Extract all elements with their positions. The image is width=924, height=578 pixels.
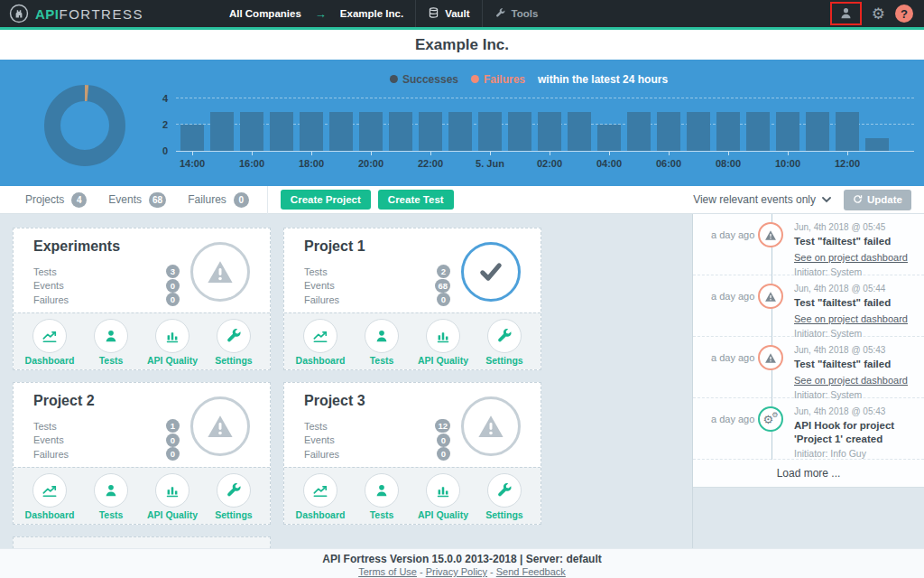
project-card-experiments: Experiments Tests3 Events0 Failures0 Das… [13, 228, 271, 370]
project-action-tests[interactable]: Tests [84, 473, 138, 524]
axis-tick [609, 152, 610, 155]
axis-tick [847, 152, 848, 155]
create-project-button[interactable]: Create Project [281, 190, 371, 210]
nav-tools[interactable]: Tools [483, 0, 550, 27]
axis-tick [371, 152, 372, 155]
user-icon[interactable] [838, 5, 854, 24]
y-axis-label: 2 [144, 119, 168, 130]
project-action-quality[interactable]: API Quality [416, 319, 470, 369]
nav-company[interactable]: Example Inc. [328, 0, 415, 27]
footer: API Fortress Version 15.0.0 2013-2018 | … [0, 548, 924, 578]
nav-all-companies[interactable]: All Companies [217, 0, 313, 27]
project-actions: DashboardTestsAPI QualitySettings [14, 467, 270, 524]
event-item: a day ago ⚙⚙ Jun, 4th 2018 @ 05:43 API H… [693, 398, 924, 460]
failures-badge: 0 [437, 293, 450, 306]
project-stats: Tests2 Events68 Failures0 [304, 265, 450, 307]
event-item: a day ago Jun, 4th 2018 @ 05:45 Test "fa… [693, 214, 924, 275]
page-header: Example Inc. [0, 30, 924, 60]
project-action-settings[interactable]: Settings [207, 473, 261, 524]
chart-bar [627, 112, 651, 152]
gear-icon[interactable]: ⚙ [872, 6, 885, 22]
legend-successes: Successes [390, 73, 458, 86]
project-action-tests[interactable]: Tests [84, 319, 138, 369]
chart-bar [746, 112, 770, 152]
project-cards-grid: Experiments Tests3 Events0 Failures0 Das… [13, 228, 541, 525]
tools-wrench-icon [494, 7, 506, 21]
project-action-quality[interactable]: API Quality [145, 319, 199, 369]
axis-tick [252, 152, 253, 155]
status-warning-icon [190, 242, 250, 302]
event-ago: a day ago [711, 291, 754, 302]
legend-failures: Failures [471, 73, 525, 86]
events-filter-dropdown[interactable]: View relevant events only [693, 193, 831, 206]
event-body: Jun, 4th 2018 @ 05:45 Test "failtest" fa… [794, 222, 917, 277]
project-card-project-1: Project 1 Tests2 Events68 Failures0 Dash… [283, 228, 541, 370]
project-action-tests[interactable]: Tests [355, 319, 409, 369]
x-axis-label: 08:00 [716, 158, 741, 169]
chart-bar [270, 112, 293, 152]
failures-count-badge: 0 [234, 192, 249, 208]
feedback-link[interactable]: Send Feedback [496, 566, 566, 577]
project-title: Experiments [33, 238, 120, 255]
stat-events: Events68 [108, 192, 166, 208]
event-timestamp: Jun, 4th 2018 @ 05:44 [794, 284, 917, 294]
vault-icon [428, 6, 439, 21]
privacy-link[interactable]: Privacy Policy [426, 566, 487, 577]
project-action-settings[interactable]: Settings [207, 319, 261, 369]
failures-badge: 0 [437, 447, 450, 461]
chart-bar [865, 138, 889, 152]
project-action-dashboard[interactable]: Dashboard [23, 473, 77, 524]
project-action-dashboard[interactable]: Dashboard [293, 319, 347, 369]
x-axis-label: 06:00 [656, 158, 681, 169]
axis-tick [669, 152, 670, 155]
event-title: Test "failtest" failed [794, 296, 917, 310]
warning-icon [758, 222, 783, 247]
settings-icon [217, 473, 251, 508]
project-action-quality[interactable]: API Quality [416, 473, 470, 524]
project-title: Project 2 [33, 393, 95, 409]
project-action-settings[interactable]: Settings [477, 473, 531, 524]
chart-bar [359, 112, 383, 152]
events-sidebar: a day ago Jun, 4th 2018 @ 05:45 Test "fa… [692, 214, 924, 548]
x-axis-label: 16:00 [239, 158, 264, 169]
failures-badge: 0 [166, 447, 180, 461]
chart-bar [478, 112, 502, 152]
settings-icon [217, 319, 251, 353]
axis-tick [550, 152, 550, 155]
event-dashboard-link[interactable]: See on project dashboard [794, 375, 908, 386]
footer-links: Terms of Use-Privacy Policy-Send Feedbac… [0, 566, 924, 577]
terms-link[interactable]: Terms of Use [358, 566, 417, 577]
axis-tick [490, 152, 491, 155]
event-dashboard-link[interactable]: See on project dashboard [794, 313, 908, 324]
chart-bar [836, 112, 859, 152]
update-button[interactable]: Update [844, 190, 911, 210]
chart-bar [538, 112, 561, 152]
projects-count-badge: 4 [71, 192, 87, 208]
chart-bar [240, 112, 263, 152]
event-item: a day ago Jun, 4th 2018 @ 05:44 Test "fa… [693, 275, 924, 337]
events-badge: 0 [166, 434, 180, 447]
y-axis-label: 0 [144, 145, 168, 156]
project-action-dashboard[interactable]: Dashboard [23, 319, 77, 369]
chart-gridline [176, 98, 914, 98]
event-dashboard-link[interactable]: See on project dashboard [794, 252, 908, 263]
event-body: Jun, 4th 2018 @ 05:44 Test "failtest" fa… [794, 284, 917, 339]
project-action-tests[interactable]: Tests [355, 473, 409, 524]
chart-bar [180, 125, 204, 151]
arrow-right-icon: → [313, 7, 328, 21]
help-icon[interactable]: ? [895, 5, 913, 23]
project-action-quality[interactable]: API Quality [145, 473, 199, 524]
dashboard-icon [32, 319, 67, 353]
brand-logo[interactable]: APIFORTRESS [9, 4, 143, 23]
nav-vault[interactable]: Vault [416, 0, 481, 27]
project-stats: Tests3 Events0 Failures0 [33, 265, 180, 307]
create-test-button[interactable]: Create Test [378, 190, 454, 210]
settings-icon [487, 473, 522, 508]
project-action-dashboard[interactable]: Dashboard [293, 473, 347, 524]
x-axis-label: 02:00 [537, 158, 562, 169]
project-actions: DashboardTestsAPI QualitySettings [284, 312, 541, 369]
toolbar: Projects4 Events68 Failures0 Create Proj… [0, 186, 924, 214]
load-more-button[interactable]: Load more ... [693, 460, 924, 487]
project-action-settings[interactable]: Settings [477, 319, 531, 369]
quality-icon [426, 319, 460, 353]
